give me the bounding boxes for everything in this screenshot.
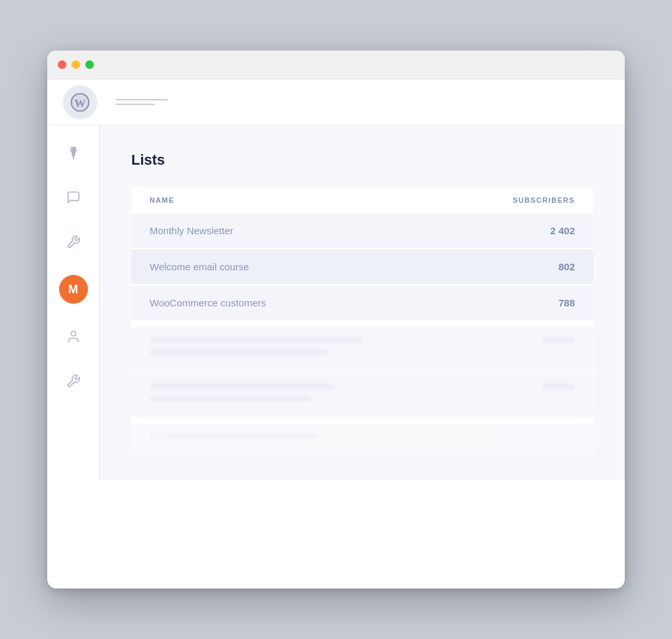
table-row[interactable]: Welcome email course 802 [131, 249, 593, 284]
maximize-button[interactable] [85, 60, 94, 69]
svg-text:W: W [74, 96, 86, 109]
sidebar-wrench-icon[interactable] [62, 369, 85, 393]
sidebar-pin-icon[interactable] [62, 141, 85, 165]
table-row[interactable]: WooCommerce customers 788 [131, 285, 593, 320]
menu-line-2 [116, 104, 155, 105]
col-header-name: NAME [150, 196, 513, 204]
table-row[interactable]: Monthly Newsletter 2 402 [131, 213, 593, 248]
skeleton-rows [131, 327, 593, 417]
sidebar-user-icon[interactable] [62, 325, 85, 348]
row-name-0: Monthly Newsletter [150, 225, 550, 236]
row-count-1: 802 [558, 261, 575, 272]
app-content: W [47, 79, 625, 480]
svg-point-2 [71, 331, 75, 336]
row-name-1: Welcome email course [150, 261, 558, 272]
table-header: NAME SUBSCRIBERS [131, 187, 593, 213]
minimize-button[interactable] [72, 60, 80, 69]
main-body: M Lists NAME [47, 125, 625, 480]
skeleton-row-final [131, 424, 593, 454]
skeleton-row-1 [131, 327, 593, 371]
row-name-2: WooCommerce customers [150, 297, 558, 308]
sidebar-tools-icon[interactable] [62, 230, 85, 254]
col-header-subscribers: SUBSCRIBERS [513, 196, 575, 204]
menu-line-1 [116, 99, 168, 100]
wordpress-logo: W [63, 85, 97, 119]
lists-table: NAME SUBSCRIBERS Monthly Newsletter 2 40… [131, 187, 593, 454]
mailster-letter: M [68, 283, 78, 297]
browser-window: W [47, 51, 625, 588]
sidebar-mailster-icon[interactable]: M [59, 275, 88, 304]
close-button[interactable] [58, 60, 66, 69]
content-area: Lists NAME SUBSCRIBERS Monthly Newslette… [100, 125, 625, 480]
top-bar: W [47, 79, 625, 125]
row-count-0: 2 402 [550, 225, 575, 236]
page-title: Lists [131, 152, 593, 169]
row-count-2: 788 [558, 297, 575, 308]
title-bar [47, 51, 625, 79]
menu-lines [116, 99, 168, 105]
sidebar: M [47, 125, 100, 480]
skeleton-row-2 [131, 373, 593, 417]
sidebar-comment-icon[interactable] [62, 186, 85, 209]
